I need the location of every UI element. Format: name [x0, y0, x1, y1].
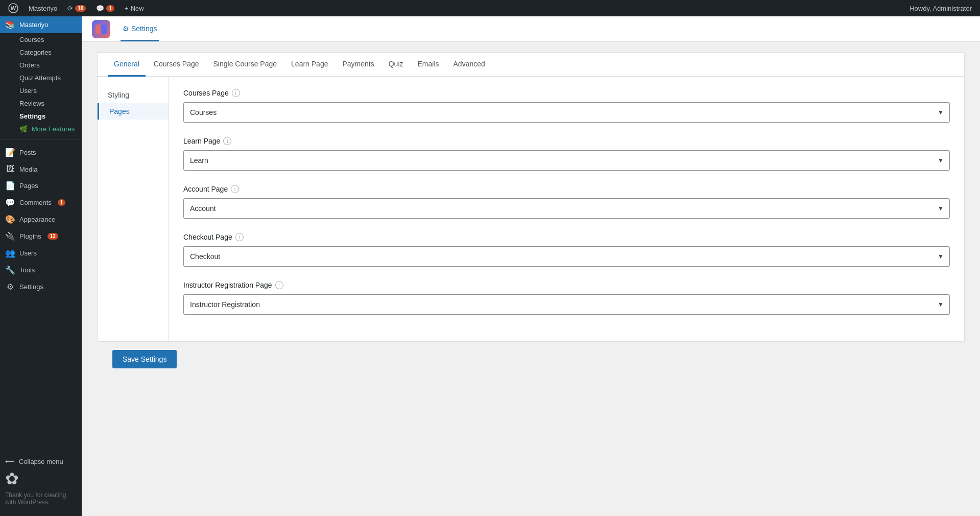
courses-page-group: Courses Page i Courses Shop Home About [183, 89, 950, 123]
tab-courses-page[interactable]: Courses Page [148, 53, 205, 77]
settings-container: General Courses Page Single Course Page … [97, 52, 965, 342]
sidebar-item-settings[interactable]: Settings [0, 110, 82, 123]
settings-sidebar: Styling Pages [98, 77, 169, 341]
adminbar-new[interactable]: + New [121, 0, 148, 16]
comments-count-badge: 1 [106, 5, 114, 12]
content-area: ⚙ Settings General Courses Page Single C… [82, 16, 980, 516]
learn-page-select[interactable]: Learn Courses Home [183, 150, 950, 171]
checkout-page-label: Checkout Page i [183, 233, 950, 241]
sidebar-item-tools[interactable]: 🔧 Tools [0, 262, 82, 278]
plugins-sidebar-badge: 12 [47, 233, 58, 240]
instructor-registration-page-group: Instructor Registration Page i Instructo… [183, 281, 950, 315]
appearance-icon: 🎨 [5, 215, 15, 224]
sidebar-item-courses[interactable]: Courses [0, 33, 82, 46]
sidebar-item-masteriyo[interactable]: 📚 Masteriyo [0, 16, 82, 33]
tools-icon: 🔧 [5, 265, 15, 275]
wordpress-flower: ✿ [5, 469, 77, 488]
sidebar-item-settings2[interactable]: ⚙ Settings [0, 278, 82, 295]
adminbar-user: Howdy, Administrator [910, 5, 976, 12]
settings-icon: ⚙ [5, 282, 15, 292]
sidebar-item-categories[interactable]: Categories [0, 46, 82, 59]
collapse-icon: ⟵ [5, 458, 15, 465]
checkout-page-select[interactable]: Checkout Cart Order [183, 246, 950, 267]
learn-page-select-wrapper: Learn Courses Home ▼ [183, 150, 950, 171]
checkout-page-group: Checkout Page i Checkout Cart Order ▼ [183, 233, 950, 267]
tab-quiz[interactable]: Quiz [383, 53, 410, 77]
sidebar-item-media[interactable]: 🖼 Media [0, 161, 82, 177]
sidebar-item-orders[interactable]: Orders [0, 59, 82, 72]
instructor-registration-page-info-icon[interactable]: i [275, 281, 283, 289]
account-page-info-icon[interactable]: i [231, 185, 239, 193]
sidebar-nav-styling[interactable]: Styling [98, 87, 169, 103]
sidebar-item-users[interactable]: Users [0, 84, 82, 97]
courses-page-label: Courses Page i [183, 89, 950, 97]
plugin-nav-settings[interactable]: ⚙ Settings [121, 17, 159, 41]
adminbar-updates[interactable]: ⟳ 18 [63, 0, 90, 16]
courses-page-select-wrapper: Courses Shop Home About ▼ [183, 102, 950, 123]
settings-tabs: General Courses Page Single Course Page … [98, 53, 964, 77]
save-settings-button[interactable]: Save Settings [112, 350, 177, 368]
settings-gear-icon: ⚙ [123, 25, 131, 33]
sidebar-collapse-menu[interactable]: ⟵ Collapse menu [5, 454, 77, 469]
courses-page-select[interactable]: Courses Shop Home About [183, 102, 950, 123]
updates-count-badge: 18 [75, 5, 86, 12]
sidebar-item-plugins[interactable]: 🔌 Plugins 12 [0, 228, 82, 245]
learn-page-label: Learn Page i [183, 137, 950, 145]
users-icon: 👥 [5, 248, 15, 258]
sidebar: 📚 Masteriyo Courses Categories Orders Qu… [0, 16, 82, 516]
pages-icon: 📄 [5, 181, 15, 191]
page-actions: Save Settings [97, 342, 965, 377]
svg-rect-3 [101, 25, 107, 34]
admin-bar: W Masteriyo ⟳ 18 💬 1 + New Howdy, Admini… [0, 0, 980, 16]
sidebar-footer: ⟵ Collapse menu ✿ Thank you for creating… [0, 444, 82, 516]
masteriyo-icon: 📚 [5, 20, 15, 30]
sidebar-item-more-features[interactable]: 🌿 More Features [0, 123, 82, 135]
posts-icon: 📝 [5, 148, 15, 157]
comments-icon: 💬 [5, 198, 15, 207]
sidebar-item-quiz-attempts[interactable]: Quiz Attempts [0, 72, 82, 84]
tab-advanced[interactable]: Advanced [447, 53, 491, 77]
plugin-header: ⚙ Settings [82, 16, 980, 42]
learn-page-info-icon[interactable]: i [223, 137, 231, 145]
courses-page-info-icon[interactable]: i [232, 89, 240, 97]
sidebar-item-pages[interactable]: 📄 Pages [0, 177, 82, 194]
sidebar-item-comments[interactable]: 💬 Comments 1 [0, 194, 82, 211]
sidebar-item-reviews[interactable]: Reviews [0, 97, 82, 110]
account-page-select[interactable]: Account My Account Dashboard [183, 198, 950, 219]
tab-emails[interactable]: Emails [412, 53, 445, 77]
adminbar-comments[interactable]: 💬 1 [92, 0, 118, 16]
adminbar-wp-logo[interactable]: W [4, 0, 22, 16]
learn-page-group: Learn Page i Learn Courses Home ▼ [183, 137, 950, 171]
sidebar-item-users2[interactable]: 👥 Users [0, 245, 82, 262]
plugin-logo [92, 20, 110, 38]
svg-text:W: W [11, 5, 16, 11]
settings-main: Courses Page i Courses Shop Home About [169, 77, 964, 341]
instructor-registration-page-select-wrapper: Instructor Registration Register Sign Up… [183, 294, 950, 315]
tab-single-course-page[interactable]: Single Course Page [207, 53, 283, 77]
tab-general[interactable]: General [108, 53, 146, 77]
account-page-select-wrapper: Account My Account Dashboard ▼ [183, 198, 950, 219]
tab-learn-page[interactable]: Learn Page [285, 53, 334, 77]
sidebar-item-posts[interactable]: 📝 Posts [0, 144, 82, 161]
checkout-page-info-icon[interactable]: i [235, 233, 244, 241]
media-icon: 🖼 [5, 165, 15, 174]
settings-body: Styling Pages Courses Page i [98, 77, 964, 341]
tab-payments[interactable]: Payments [336, 53, 380, 77]
account-page-group: Account Page i Account My Account Dashbo… [183, 185, 950, 219]
account-page-label: Account Page i [183, 185, 950, 193]
comments-sidebar-badge: 1 [58, 199, 66, 206]
adminbar-site-name[interactable]: Masteriyo [25, 0, 61, 16]
sidebar-item-appearance[interactable]: 🎨 Appearance [0, 211, 82, 228]
instructor-registration-page-select[interactable]: Instructor Registration Register Sign Up [183, 294, 950, 315]
checkout-page-select-wrapper: Checkout Cart Order ▼ [183, 246, 950, 267]
sidebar-nav-pages[interactable]: Pages [98, 103, 169, 120]
plugins-icon: 🔌 [5, 231, 15, 241]
instructor-registration-page-label: Instructor Registration Page i [183, 281, 950, 289]
page-inner: General Courses Page Single Course Page … [82, 42, 980, 397]
